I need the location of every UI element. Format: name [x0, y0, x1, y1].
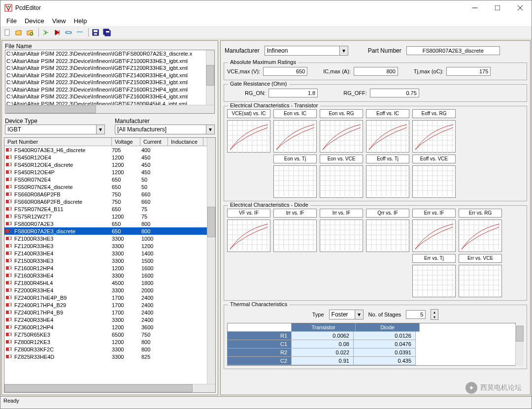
table-row[interactable]: FZ2400R17HP4_B2917002400	[4, 301, 215, 309]
save-icon[interactable]	[91, 28, 100, 37]
pn-input[interactable]	[406, 46, 500, 55]
table-row[interactable]: FZ1600R12HP412001600	[4, 264, 215, 272]
file-item[interactable]: C:\Altair\Altair PSIM 2022.3\Device\Infi…	[5, 64, 214, 72]
table-row[interactable]: FZ1000R33HE333001000	[4, 235, 215, 242]
file-item[interactable]: C:\Altair\Altair PSIM 2022.3\Device\Infi…	[5, 86, 214, 94]
file-item[interactable]: C:\Altair\Altair PSIM 2022.3\Device\Infi…	[5, 93, 214, 100]
chart-plot[interactable]	[320, 165, 363, 198]
table-row[interactable]: FS450R12OE41200450	[4, 154, 215, 161]
maximize-button[interactable]	[486, 0, 509, 15]
table-row[interactable]: FS400R07A3E3_H6_discrete705400	[4, 146, 215, 154]
saveall-icon[interactable]	[102, 28, 112, 37]
mfr-combo[interactable]: Infineon▾	[265, 46, 348, 56]
thermal-scrollbar[interactable]	[515, 325, 524, 366]
table-row[interactable]: FZ1500R33HE333001500	[4, 257, 215, 264]
menu-file[interactable]: File	[2, 16, 21, 26]
inductor-icon[interactable]	[75, 28, 85, 37]
ic-input[interactable]	[354, 67, 398, 76]
chart-plot[interactable]	[459, 265, 502, 297]
table-row[interactable]: FS660R08A6P2FB750660	[4, 190, 215, 198]
menu-view[interactable]: View	[48, 16, 70, 26]
table-row[interactable]: FS50R07N2E465050	[4, 176, 215, 183]
table-row[interactable]: FZ825R33HE4D3300825	[4, 353, 215, 360]
diode-icon[interactable]	[52, 28, 62, 37]
table-row[interactable]: FZ2400R17HE4P_B917002400	[4, 294, 215, 301]
manufacturer-filter-combo[interactable]: [All Manufacturers]▾	[115, 125, 215, 134]
table-row[interactable]: FZ1600R33HE433001600	[4, 272, 215, 279]
chart-plot[interactable]	[273, 120, 317, 153]
svg-rect-56	[6, 288, 9, 292]
scrollbar-horizontal[interactable]	[5, 105, 214, 113]
chart-plot[interactable]	[320, 220, 363, 252]
file-item[interactable]: C:\Altair\Altair PSIM 2022.3\Device\Infi…	[5, 50, 214, 58]
chart-plot[interactable]	[273, 165, 317, 198]
chart-plot[interactable]	[459, 220, 502, 252]
rgoff-input[interactable]	[370, 89, 419, 97]
col-partnumber[interactable]: Part Number	[4, 138, 112, 146]
svg-rect-62	[6, 311, 9, 314]
table-row[interactable]: FS75R07N2E4_B1165075	[4, 205, 215, 213]
close-button[interactable]	[509, 0, 532, 15]
table-row[interactable]: FZ1800R45HL445001800	[4, 279, 215, 286]
new-icon[interactable]	[2, 28, 12, 37]
chart-plot[interactable]	[412, 165, 456, 198]
chart-plot[interactable]	[227, 220, 270, 252]
chart-plot[interactable]	[366, 220, 409, 252]
table-row[interactable]: FS50R07N2E4_discrete65050	[4, 183, 215, 190]
table-row[interactable]: FZ800R12KE31200800	[4, 338, 215, 346]
chart-plot[interactable]	[412, 265, 456, 297]
table-row[interactable]: FZ1400R33HE433001400	[4, 250, 215, 257]
open2-icon[interactable]	[25, 28, 35, 37]
tj-input[interactable]	[446, 67, 491, 76]
col-voltage[interactable]: Voltage	[112, 138, 140, 146]
thermal-table[interactable]: TransistorDiodeR10.00620.0126C10.080.047…	[227, 323, 516, 366]
col-inductance[interactable]: Inductance	[168, 138, 203, 146]
chart-plot[interactable]	[320, 120, 363, 153]
table-row[interactable]: FZ2400R33HE433002400	[4, 316, 215, 323]
file-item[interactable]: C:\Altair\Altair PSIM 2022.3\Device\Infi…	[5, 58, 214, 65]
transistor-icon[interactable]	[41, 28, 51, 37]
device-type-combo[interactable]: IGBT▾	[5, 125, 105, 134]
rgon-input[interactable]	[268, 89, 318, 97]
device-icon	[5, 214, 13, 220]
thermal-row[interactable]: R20.0220.0391	[228, 348, 515, 357]
table-row[interactable]: FS450R12OE4P1200450	[4, 168, 215, 176]
table-row[interactable]: FS660R08A6P2FB_discrete750660	[4, 198, 215, 205]
table-row[interactable]: FZ1200R33HE333001200	[4, 242, 215, 250]
scrollbar-vertical[interactable]	[206, 50, 214, 105]
file-listbox[interactable]: C:\Altair\Altair PSIM 2022.3\Device\Infi…	[5, 50, 215, 114]
chart-plot[interactable]	[273, 220, 317, 252]
minimize-button[interactable]	[464, 0, 486, 15]
thermal-row[interactable]: C10.080.0476	[228, 340, 515, 348]
chart-plot[interactable]	[227, 120, 270, 153]
table-row[interactable]: FZ2000R33HE433002000	[4, 286, 215, 294]
chart-plot[interactable]	[366, 120, 409, 153]
parts-scrollbar-h[interactable]	[4, 384, 215, 392]
parts-table[interactable]: Part Number Voltage Current Inductance F…	[4, 137, 216, 393]
chart-plot[interactable]	[412, 120, 456, 153]
table-row[interactable]: FZ2400R17HP4_B917002400	[4, 309, 215, 316]
menu-help[interactable]: Help	[70, 16, 91, 26]
vce-input[interactable]	[263, 67, 307, 76]
file-item[interactable]: C:\Altair\Altair PSIM 2022.3\Device\Infi…	[5, 79, 214, 86]
file-item[interactable]: C:\Altair\Altair PSIM 2022.3\Device\Infi…	[5, 72, 214, 79]
table-row[interactable]: FS75R12W2T7120075	[4, 213, 215, 220]
table-row[interactable]: FS800R07A2E3650800	[4, 220, 215, 227]
stages-spinner[interactable]: ▴▾	[431, 309, 438, 320]
stages-input[interactable]	[406, 310, 426, 319]
thermal-row[interactable]: R10.00620.0126	[228, 332, 515, 340]
parts-scrollbar[interactable]	[207, 138, 215, 392]
table-row[interactable]: FS450R12OE4_discrete1200450	[4, 161, 215, 168]
table-row[interactable]: FZ800R33KF2C3300800	[4, 346, 215, 353]
table-row[interactable]: FZ3600R12HP412003600	[4, 323, 215, 331]
thermal-type-combo[interactable]: Foster▾	[329, 310, 364, 319]
chart-plot[interactable]	[412, 220, 456, 252]
table-row[interactable]: FS800R07A2E3_discrete650800	[4, 227, 215, 235]
open-icon[interactable]	[14, 28, 24, 37]
chart-plot[interactable]	[366, 165, 409, 198]
col-current[interactable]: Current	[140, 138, 168, 146]
thermal-row[interactable]: C20.910.435	[228, 357, 515, 365]
table-row[interactable]: FZ750R65KE36500750	[4, 331, 215, 338]
menu-device[interactable]: Device	[21, 16, 48, 26]
rcd-icon[interactable]	[64, 28, 73, 37]
